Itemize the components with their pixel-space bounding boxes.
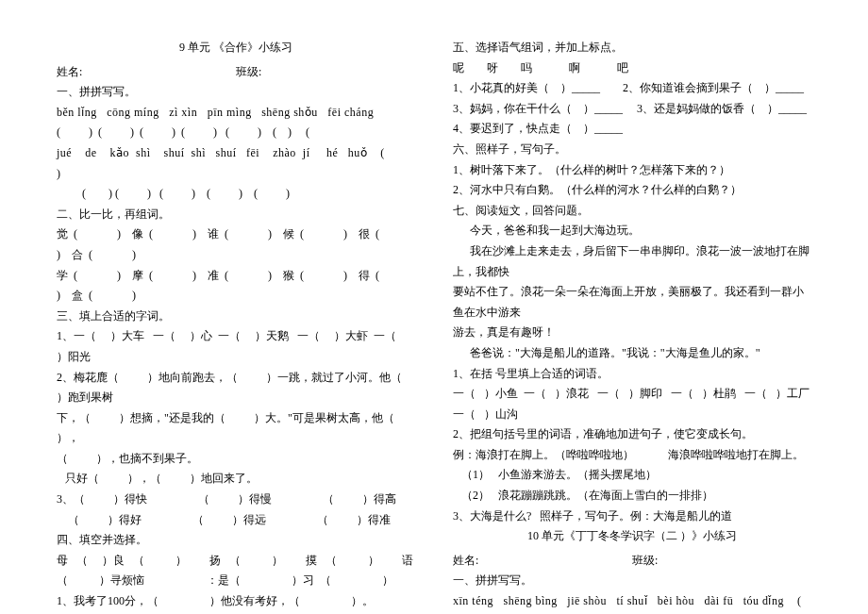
q2: 2、把组句括号里的词语，准确地加进句子，使它变成长句。 bbox=[453, 424, 811, 445]
blanks-row-2: ( ) ( ) ( ) ( ) ( ) bbox=[57, 184, 415, 205]
sec5-heading: 五、选择语气组词，并加上标点。 bbox=[453, 38, 811, 58]
passage-1: 今天，爸爸和我一起到大海边玩。 bbox=[453, 221, 811, 241]
passage-2: 我在沙滩上走来走去，身后留下一串串脚印。浪花一波一波地打在脚上，我都快 bbox=[453, 241, 811, 282]
pinyin-b: xīn téng shēng bìng jiē shòu tí shuǐ bèi… bbox=[453, 591, 811, 614]
q3: 3、大海是什么? 照样子，写句子。例：大海是船儿的道 bbox=[453, 506, 811, 527]
passage-4: 游去，真是有趣呀！ bbox=[453, 323, 811, 343]
compare-row-1: 觉 ( ) 像 ( ) 谁 ( ) 候 ( ) 很 ( ) 合 ( ) bbox=[57, 224, 415, 265]
name-label-left: 姓名: bbox=[57, 62, 236, 83]
class-label-right: 班级: bbox=[632, 551, 658, 572]
s3-line-3: 下，（ ）想摘，"还是我的（ ）大。"可是果树太高，他（ ）， bbox=[57, 408, 415, 449]
pinyin-row-2: jué de kǎo shì shuí shì shuí fēi zhào jí… bbox=[57, 143, 415, 184]
name-label-right: 姓名: bbox=[453, 551, 632, 572]
s3-line-2: 2、梅花鹿（ ）地向前跑去，（ ）一跳，就过了小河。他（ ）跑到果树 bbox=[57, 368, 415, 408]
s4-line-3: 1、我考了100分，（ ）他没有考好，（ ）。 bbox=[57, 591, 415, 612]
s5-line-0: 呢 呀 吗 啊 吧 bbox=[453, 58, 811, 79]
q1a: 一（ ）小鱼 一（ ）浪花 一（ ）脚印 一（ ）杜鹃 一（ ）工厂 一（ ）山… bbox=[453, 384, 811, 424]
sec1-heading: 一、拼拼写写。 bbox=[57, 82, 415, 103]
passage-5: 爸爸说："大海是船儿的道路。"我说："大海是鱼儿的家。" bbox=[453, 343, 811, 364]
s3-line-6: 3、（ ）得快 （ ）得慢 （ ）得高 bbox=[57, 490, 415, 510]
sec7-heading: 七、阅读短文，回答问题。 bbox=[453, 201, 811, 222]
pinyin-row-1: běn lǐng cōng míng zì xìn pīn mìng shēng… bbox=[57, 103, 415, 124]
s3-line-7: （ ）得好 （ ）得远 （ ）得准 bbox=[57, 510, 415, 531]
q2a: 例：海浪打在脚上。（哗啦哗啦地） 海浪哗啦哗啦地打在脚上。 bbox=[453, 445, 811, 466]
class-label-left: 班级: bbox=[236, 62, 261, 83]
q2c: （2） 浪花蹦蹦跳跳。（在海面上雪白的一排排） bbox=[453, 486, 811, 506]
unit9-title: 9 单元 《合作》小练习 bbox=[57, 38, 415, 58]
sec3-heading: 三、填上合适的字词。 bbox=[57, 307, 415, 327]
sec1b-heading: 一、拼拼写写。 bbox=[453, 571, 811, 591]
sec4-heading: 四、填空并选择。 bbox=[57, 530, 415, 551]
unit10-title: 10 单元《丁丁冬冬学识字（二 ）》小练习 bbox=[453, 526, 811, 547]
s6-line-1: 1、树叶落下来了。（什么样的树叶？怎样落下来的？） bbox=[453, 160, 811, 181]
q2b: （1） 小鱼游来游去。（摇头摆尾地） bbox=[453, 465, 811, 486]
passage-3: 要站不住了。浪花一朵一朵在海面上开放，美丽极了。我还看到一群小鱼在水中游来 bbox=[453, 282, 811, 323]
s6-line-2: 2、河水中只有白鹅。（什么样的河水？什么样的白鹅？） bbox=[453, 180, 811, 201]
sec6-heading: 六、照样子，写句子。 bbox=[453, 140, 811, 160]
s4-line-2: （ ）寻烦恼 ：是（ ）习 （ ） bbox=[57, 571, 415, 591]
blanks-row-1: ( ) ( ) ( ) ( ) ( ) ( ) ( bbox=[57, 123, 415, 143]
compare-row-2: 学 ( ) 摩 ( ) 准 ( ) 猴 ( ) 得 ( ) 盒 ( ) bbox=[57, 266, 415, 307]
sec2-heading: 二、比一比，再组词。 bbox=[57, 205, 415, 225]
s5-line-3: 4、要迟到了，快点走（ ）_____ bbox=[453, 119, 811, 140]
q1: 1、在括 号里填上合适的词语。 bbox=[453, 364, 811, 385]
s3-line-1: 1、一（ ）大车 一（ ）心 一（ ）天鹅 一（ ）大虾 一（ ）阳光 bbox=[57, 326, 415, 367]
s3-line-4: （ ），也摘不到果子。 bbox=[57, 449, 415, 470]
s5-line-2: 3、妈妈，你在干什么（ ）_____ 3、还是妈妈做的饭香（ ）_____ bbox=[453, 99, 811, 120]
s5-line-1: 1、小花真的好美（ ）_____ 2、你知道谁会摘到果子（ ）_____ bbox=[453, 78, 811, 99]
s4-line-1: 母 （ ）良 （ ） 扬 （ ） 摸 （ ） 语 bbox=[57, 551, 415, 572]
s3-line-5: 只好（ ），（ ）地回来了。 bbox=[57, 469, 415, 490]
